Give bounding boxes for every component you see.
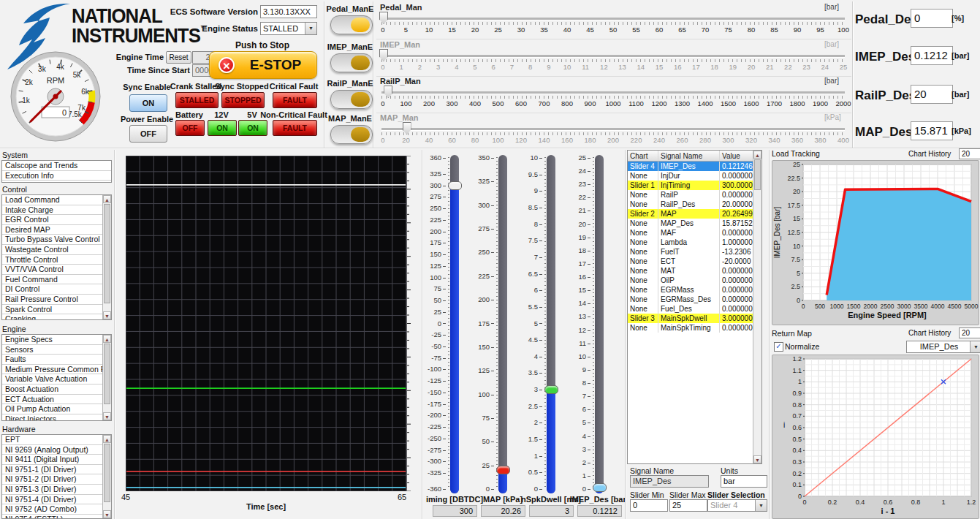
load-chart-history-field[interactable]: 20 xyxy=(959,148,980,159)
sidebar-item-direct-injectors[interactable]: Direct Injectors xyxy=(2,414,102,421)
vslider-handle[interactable] xyxy=(496,466,510,474)
sidebar-item-spark-control[interactable]: Spark Control xyxy=(2,305,102,315)
table-row-imep_des[interactable]: Slider 4IMEP_Des0.121246bar xyxy=(628,162,762,172)
scroll-up-icon[interactable]: ▲ xyxy=(103,435,111,443)
list-scrollbar[interactable]: ▲▼ xyxy=(102,435,111,518)
table-row-injdur[interactable]: NoneInjDur0.000000ms xyxy=(628,171,762,181)
sidebar-item-boost-actuation[interactable]: Boost Actuation xyxy=(2,384,102,395)
chevron-down-icon[interactable]: ▼ xyxy=(755,500,767,511)
table-header-chart[interactable]: Chart xyxy=(628,151,658,162)
table-row-railp_des[interactable]: NoneRailP_Des20.00000bar xyxy=(628,200,762,209)
sidebar-item-ni-9411-digital-input-[interactable]: NI 9411 (Digital Input) xyxy=(2,455,102,465)
sidebar-item-di-control[interactable]: DI Control xyxy=(2,284,102,295)
slider-track[interactable] xyxy=(381,55,845,58)
sidebar-item-engine-specs[interactable]: Engine Specs xyxy=(2,335,102,345)
table-row-fuel_des[interactable]: NoneFuel_Des0.000000mg/cyc xyxy=(628,304,762,314)
normalize-checkbox[interactable]: ✓ xyxy=(774,342,783,352)
scroll-down-icon[interactable]: ▼ xyxy=(103,311,111,319)
table-row-maf[interactable]: NoneMAF0.000000kg/hr xyxy=(628,228,762,238)
table-row-fuelt[interactable]: NoneFuelT-13.2306C xyxy=(628,247,762,257)
des-value-field[interactable]: 0 xyxy=(911,9,953,28)
table-row-injtiming[interactable]: Slider 1InjTiming300.0000DBTDC xyxy=(628,181,762,190)
list-scrollbar[interactable]: ▲▼ xyxy=(102,335,111,420)
sidebar-item-ni-9751-3-di-driver-[interactable]: NI 9751-3 (DI Driver) xyxy=(2,485,102,495)
sidebar-item-ni-9269-analog-output-[interactable]: NI 9269 (Analog Output) xyxy=(2,445,102,455)
sidebar-item-ept[interactable]: EPT xyxy=(2,435,102,445)
table-row-mainspkdwell[interactable]: Slider 3MainSpkDwell3.000000ms xyxy=(628,314,762,323)
sidebar-item-vvt-vva-control[interactable]: VVT/VVA Control xyxy=(2,265,102,275)
slider-track[interactable] xyxy=(381,91,845,94)
scroll-up-icon[interactable]: ▲ xyxy=(103,335,111,343)
vslider-handle[interactable] xyxy=(544,385,558,394)
table-row-egrmass_des[interactable]: NoneEGRMass_Des0.000000yc xyxy=(628,295,762,304)
reset-button[interactable]: Reset xyxy=(166,51,191,64)
scroll-down-icon[interactable]: ▼ xyxy=(753,455,761,463)
vslider-handle[interactable] xyxy=(448,181,462,190)
return-chart-history-field[interactable]: 20 xyxy=(959,327,980,338)
sidebar-item-fuel-command[interactable]: Fuel Command xyxy=(2,275,102,285)
slider-selection-dropdown[interactable]: Slider 4 ▼ xyxy=(707,499,767,512)
sidebar-item-ni-9751-4-di-driver-[interactable]: NI 9751-4 (DI Driver) xyxy=(2,495,102,505)
vslider-value-field[interactable]: 0.1212 xyxy=(577,505,622,517)
vslider-track[interactable] xyxy=(595,155,604,493)
chevron-down-icon[interactable]: ▼ xyxy=(970,341,980,352)
sidebar-item-ni-9751-1-di-driver-[interactable]: NI 9751-1 (DI Driver) xyxy=(2,465,102,475)
sidebar-item-load-command[interactable]: Load Command xyxy=(2,195,102,205)
table-header-signal-name[interactable]: Signal Name xyxy=(658,151,720,162)
sidebar-item-wastegate-control[interactable]: Wastegate Control xyxy=(2,245,102,255)
vslider-value-field[interactable]: 20.26 xyxy=(481,505,525,517)
sidebar-item-cranking[interactable]: Cranking xyxy=(2,314,102,320)
return-map-chart[interactable]: 00.10.20.30.40.50.60.70.80.911.11.200.20… xyxy=(772,355,979,519)
units-field[interactable]: bar xyxy=(721,475,767,488)
toggle-map_mane[interactable] xyxy=(330,125,373,144)
power-enable-button[interactable]: OFF xyxy=(129,125,167,143)
time-chart-plot[interactable] xyxy=(126,156,412,491)
scroll-up-icon[interactable]: ▲ xyxy=(103,195,111,203)
scroll-thumb[interactable] xyxy=(754,159,761,190)
rpm-gauge[interactable]: 1k2k3k4k5k6k7k7.5kRPM0 xyxy=(7,41,110,149)
des-value-field[interactable]: 15.871 xyxy=(911,121,953,140)
vslider-value-field[interactable]: 300 xyxy=(433,505,477,517)
sidebar-item-turbo-bypass-valve-control[interactable]: Turbo Bypass Valve Control xyxy=(2,235,102,245)
load-tracking-chart[interactable]: 02.557.51012.51517.52022.525050010001500… xyxy=(772,160,979,325)
table-header-value[interactable]: Value xyxy=(720,151,756,162)
des-value-field[interactable]: 0.1212 xyxy=(911,46,953,65)
table-row-map_des[interactable]: NoneMAP_Des15.87152kPa xyxy=(628,219,762,228)
scroll-thumb[interactable] xyxy=(104,344,110,404)
toggle-pedal_mane[interactable] xyxy=(330,15,373,34)
slider-track[interactable] xyxy=(381,18,845,20)
sidebar-item-execution-info[interactable]: Execution Info xyxy=(2,171,111,181)
scroll-thumb[interactable] xyxy=(104,444,110,502)
sidebar-item-ni-9754-esttl-[interactable]: NI 9754 (ESTTL) xyxy=(2,515,102,519)
sidebar-item-oil-pump-actuation[interactable]: Oil Pump Actuation xyxy=(2,404,102,414)
engine-status-dropdown[interactable]: STALLED ▼ xyxy=(260,22,317,35)
slider-track[interactable] xyxy=(381,128,845,131)
scroll-thumb[interactable] xyxy=(104,204,110,303)
table-row-egrmass[interactable]: NoneEGRMass0.000000mg.cyc xyxy=(628,285,762,295)
table-row-lambda[interactable]: NoneLambda1.000000 xyxy=(628,238,762,247)
toggle-imep_mane[interactable] xyxy=(330,53,373,72)
slider-min-field[interactable]: 0 xyxy=(630,499,668,512)
sidebar-item-ni-9751-2-di-driver-[interactable]: NI 9751-2 (DI Driver) xyxy=(2,474,102,485)
sidebar-item-rail-pressure-control[interactable]: Rail Pressure Control xyxy=(2,295,102,305)
table-row-mat[interactable]: NoneMAT0.000000C xyxy=(628,266,762,276)
chevron-down-icon[interactable]: ▼ xyxy=(305,23,316,34)
sidebar-item-ect-actuation[interactable]: ECT Actuation xyxy=(2,395,102,405)
sidebar-item-ni-9752-ad-combo-[interactable]: NI 9752 (AD Combo) xyxy=(2,504,102,515)
e-stop-button[interactable]: ✕ E-STOP xyxy=(209,51,317,79)
sidebar-item-sensors[interactable]: Sensors xyxy=(2,345,102,355)
vslider-track[interactable] xyxy=(498,155,507,493)
scroll-down-icon[interactable]: ▼ xyxy=(103,412,111,420)
des-value-field[interactable]: 20 xyxy=(911,85,953,104)
ecs-version-field[interactable]: 3.130.13XXX xyxy=(260,5,317,18)
return-signal-dropdown[interactable]: IMEP_Des ▼ xyxy=(906,341,980,353)
table-row-ect[interactable]: NoneECT-20.0000C xyxy=(628,257,762,266)
table-row-mainspktiming[interactable]: NoneMainSpkTiming0.000000DBTDC xyxy=(628,323,762,333)
table-row-oilp[interactable]: NoneOilP0.000000kPa xyxy=(628,276,762,285)
sidebar-item-intake-charge[interactable]: Intake Charge xyxy=(2,205,102,216)
signal-name-field[interactable]: IMEP_Des xyxy=(630,475,709,488)
sidebar-item-faults[interactable]: Faults xyxy=(2,355,102,365)
sidebar-item-variable-valve-actuation[interactable]: Variable Valve Actuation xyxy=(2,374,102,384)
vslider-value-field[interactable]: 3 xyxy=(529,505,574,517)
sidebar-item-egr-control[interactable]: EGR Control xyxy=(2,215,102,225)
